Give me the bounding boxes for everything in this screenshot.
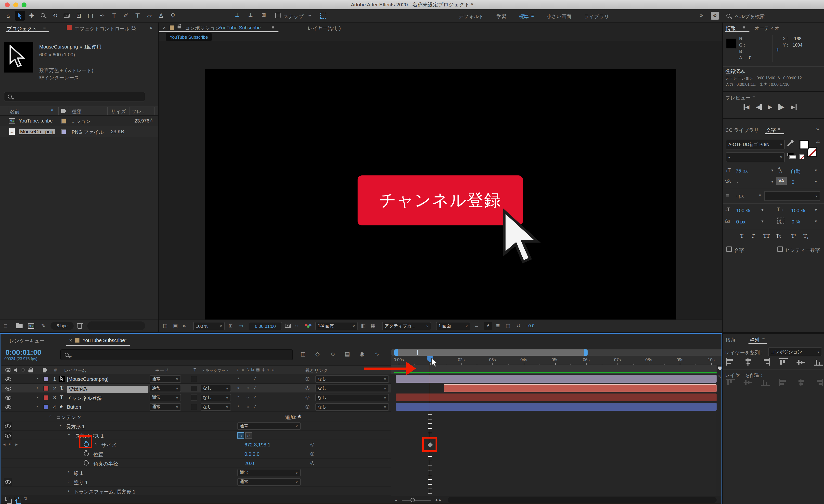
project-item-tag[interactable] [61,129,66,134]
property-row-位置[interactable]: 位置0.0,0.0◎ [1,450,391,459]
property-chevron[interactable]: › [67,434,72,435]
shy-switch-icon[interactable]: ♀ [237,395,239,399]
keyframe-next-icon[interactable]: ▶ [15,443,18,446]
new-folder-icon[interactable] [16,324,22,328]
layer-bar-チャンネル登録[interactable] [396,393,717,401]
draft-3d-icon[interactable]: ◇ [315,351,320,357]
checkerboard-icon[interactable]: ▦ [371,323,376,328]
layer-row-[MouseCursor.png][interactable]: ›1[MouseCursor.png]通常∨♀∕◎なし∨ [1,374,391,384]
baseline-shift-value[interactable]: 0 px [736,219,745,225]
fast-preview-icon[interactable]: ⚡ [484,322,492,330]
project-item-row[interactable]: PNGMouseCu...pngPNG ファイル23 KB [0,126,158,137]
timeline-tab-comp[interactable]: YouTube Subscribe [82,338,125,343]
interpret-footage-icon[interactable]: ⊟ [3,323,8,328]
timeline-track-area[interactable]: 0:00s01s02s03s04s05s06s07s08s09s10s ✎ [391,348,722,496]
toggle-columns-icon[interactable]: ⇅ [24,496,27,501]
font-family-select[interactable]: A-OTF UD新ゴ Pr6N∨ [726,140,785,149]
property-pickwhip-icon[interactable]: ◎ [310,460,314,466]
track-matte-select[interactable]: なし∨ [200,385,231,392]
layer-mode-select[interactable]: 通常∨ [149,375,181,383]
kerning-dropdown-icon[interactable]: ▼ [770,180,774,183]
layer-expand-chevron[interactable]: › [36,376,38,381]
rectangle-tool-icon[interactable]: ▢ [85,11,96,21]
distribute-top-button[interactable] [726,379,735,386]
horizontal-scale-dropdown-icon[interactable]: ▼ [814,208,818,212]
work-area-start-handle[interactable] [394,349,398,356]
parent-select[interactable]: なし∨ [315,385,389,392]
next-frame-button[interactable]: ▶ [779,104,785,110]
fx-icon[interactable]: fx [251,368,254,372]
rasterize-switch-icon[interactable]: ☼ [246,386,250,390]
quality-switch-icon[interactable]: ∕ [255,386,255,390]
property-chevron[interactable]: › [68,479,70,484]
property-mode-select[interactable]: 通常∨ [237,422,300,430]
property-row-トランスフォーム: 長方形 1[interactable]: ›トランスフォーム: 長方形 1 [1,487,391,496]
expand-layers-icon[interactable] [5,497,9,501]
subscript-button[interactable]: T₁ [803,233,809,239]
layer-visibility-eye-icon[interactable] [5,386,11,390]
tab-character[interactable]: 文字 [766,127,776,134]
graph-toggle-icon[interactable]: ∿ [94,442,98,447]
marker-pen-icon[interactable]: ✎ [718,375,721,379]
shy-switch-icon[interactable]: ♀ [237,386,239,390]
layer-name[interactable]: チャンネル登録 [67,395,148,402]
parent-pickwhip-icon[interactable]: ◎ [305,404,309,409]
property-chevron[interactable]: › [59,424,63,426]
rasterize-switch-icon[interactable]: ☼ [246,395,250,399]
property-row-塗り 1[interactable]: ›塗り 1通常∨ [1,477,391,487]
size-link-icon[interactable]: ⇆ [237,432,244,438]
layer-row-Button[interactable]: ›4★Button通常∨なし∨♀☼∕◎なし∨ [1,402,391,412]
preview-menu-icon[interactable]: ≡ [752,95,755,100]
zoom-tool-icon[interactable] [38,11,48,21]
region-of-interest-icon[interactable] [320,13,326,19]
layer-name[interactable]: 登録済み [67,386,148,393]
hide-shy-layers-icon[interactable]: ☺ [330,351,335,357]
column-type[interactable]: 種類 [72,108,81,115]
parent-select[interactable]: なし∨ [315,394,389,401]
layer-bar-Button[interactable] [396,403,717,411]
layer-name[interactable]: [MouseCursor.png] [67,376,148,384]
layer-mode-select[interactable]: 通常∨ [149,385,181,392]
tab-audio[interactable]: オーディオ [754,25,780,32]
comp-breadcrumb[interactable]: YouTube Subscribe [166,33,212,41]
layer-tag-swatch[interactable] [43,385,48,391]
property-label[interactable]: 角丸の半径 [93,461,118,468]
workspace-menu-icon[interactable]: ≡ [531,13,534,20]
snap-options-icon[interactable]: ⌖ [309,13,311,19]
property-mode-select[interactable]: 通常∨ [237,469,300,476]
workspace-ライブラリ[interactable]: ライブラリ [584,13,609,20]
new-composition-icon[interactable] [28,324,34,329]
property-row-線 1[interactable]: ›線 1通常∨ [1,468,391,477]
character-menu-icon[interactable]: ≡ [778,127,781,132]
layer-row-登録済み[interactable]: ›2T登録済み通常∨なし∨♀☼∕◎なし∨ [1,384,391,393]
first-frame-button[interactable]: ◀ [743,104,749,110]
rasterize-switch-icon[interactable]: ☼ [246,404,250,409]
distribute-horizontal-center-button[interactable] [797,379,805,386]
t-switch-cell[interactable] [191,394,197,401]
keyframe-prev-icon[interactable]: ◀ [3,443,5,446]
layer-tag-swatch[interactable] [43,404,48,409]
preview-title[interactable]: プレビュー [725,95,750,102]
layer-visibility-eye-icon[interactable] [5,396,11,400]
quality-icon[interactable]: ∖ [247,368,249,372]
workspace-標準[interactable]: 標準≡ [519,13,534,20]
kerning-value[interactable]: - [737,179,738,185]
property-eye-icon[interactable] [5,480,11,484]
add-shape-icon[interactable]: ◉ [298,413,301,418]
property-row-長方形パス 1[interactable]: ›長方形パス 1⇆⇄ [1,431,391,440]
tab-layer-none[interactable]: レイヤー(なし) [308,25,341,32]
comp-tab-menu-icon[interactable]: ≡ [272,25,275,30]
cube-3d-icon[interactable]: ◇ [272,368,275,372]
faux-italic-button[interactable]: T [751,233,754,239]
timeline-zoom-handle[interactable] [410,498,415,502]
work-area-bar[interactable] [394,349,588,356]
faux-bold-button[interactable]: T [740,233,743,239]
layer-tag-swatch[interactable] [43,376,48,381]
workspace-学習[interactable]: 学習 [496,13,506,20]
layer-mode-select[interactable]: 通常∨ [149,403,181,411]
parent-pickwhip-icon[interactable]: ◎ [305,385,309,391]
parent-select[interactable]: なし∨ [315,403,389,411]
property-label[interactable]: 長方形 1 [66,423,85,430]
timecode-display[interactable]: 0:00:01:00 [249,322,282,330]
time-ruler[interactable]: 0:00s01s02s03s04s05s06s07s08s09s10s [391,356,722,365]
